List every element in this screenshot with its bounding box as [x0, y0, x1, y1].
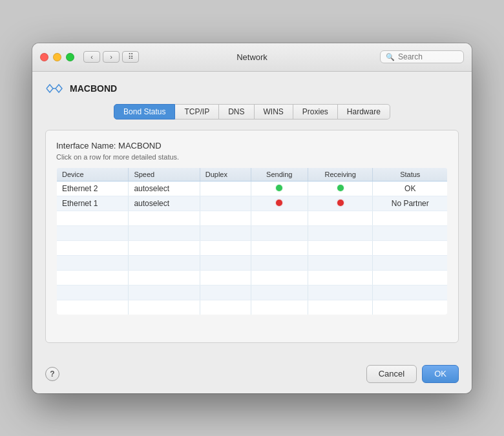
content-area: MACBOND Bond Status TCP/IP DNS WINS Prox… — [32, 72, 472, 356]
interface-name: MACBOND — [70, 83, 117, 94]
cell-duplex — [200, 196, 251, 211]
bond-icon — [45, 82, 63, 95]
titlebar: ‹ › ⠿ Network 🔍 — [32, 43, 472, 72]
window-title: Network — [236, 52, 268, 62]
col-duplex: Duplex — [200, 167, 251, 181]
tab-dns[interactable]: DNS — [219, 104, 254, 119]
cell-status: No Partner — [373, 196, 448, 211]
tab-proxies[interactable]: Proxies — [293, 104, 338, 119]
bond-table: Device Speed Duplex Sending Receiving St… — [56, 167, 448, 315]
sending-dot — [276, 200, 282, 206]
tab-hardware[interactable]: Hardware — [338, 104, 390, 119]
minimize-button[interactable] — [53, 53, 61, 61]
traffic-lights — [40, 53, 74, 61]
table-row-empty — [57, 270, 448, 285]
table-row[interactable]: Ethernet 1 autoselect No Partner — [57, 196, 448, 211]
cell-duplex — [200, 181, 251, 196]
nav-buttons: ‹ › — [83, 51, 120, 63]
interface-header: MACBOND — [45, 82, 459, 95]
table-row-empty — [57, 300, 448, 315]
cell-receiving — [308, 196, 373, 211]
cell-speed: autoselect — [129, 196, 200, 211]
sending-dot — [276, 185, 282, 191]
back-button[interactable]: ‹ — [83, 51, 100, 63]
col-device: Device — [57, 167, 129, 181]
network-window: ‹ › ⠿ Network 🔍 MACBOND Bond Status TC — [32, 43, 472, 393]
cell-device: Ethernet 1 — [57, 196, 129, 211]
close-button[interactable] — [40, 53, 48, 61]
search-icon: 🔍 — [386, 53, 395, 61]
table-row-empty — [57, 225, 448, 240]
col-sending: Sending — [251, 167, 308, 181]
tab-tcp-ip[interactable]: TCP/IP — [175, 104, 219, 119]
grid-button[interactable]: ⠿ — [122, 51, 139, 63]
cell-sending — [251, 181, 308, 196]
table-row-empty — [57, 255, 448, 270]
table-header-row: Device Speed Duplex Sending Receiving St… — [57, 167, 448, 181]
cell-sending — [251, 196, 308, 211]
cancel-button[interactable]: Cancel — [366, 365, 417, 383]
search-box[interactable]: 🔍 — [380, 50, 464, 63]
panel-interface-label: Interface Name: MACBOND — [56, 141, 448, 151]
receiving-dot — [337, 200, 344, 206]
table-row-empty — [57, 240, 448, 255]
tabs-bar: Bond Status TCP/IP DNS WINS Proxies Hard… — [45, 104, 459, 119]
cell-status: OK — [373, 181, 448, 196]
cell-speed: autoselect — [129, 181, 200, 196]
maximize-button[interactable] — [66, 53, 74, 61]
search-input[interactable] — [398, 52, 458, 61]
col-status: Status — [373, 167, 448, 181]
cell-receiving — [308, 181, 373, 196]
forward-button[interactable]: › — [103, 51, 120, 63]
receiving-dot — [337, 185, 344, 191]
panel: Interface Name: MACBOND Click on a row f… — [45, 130, 459, 343]
tab-wins[interactable]: WINS — [255, 104, 293, 119]
cell-device: Ethernet 2 — [57, 181, 129, 196]
col-receiving: Receiving — [308, 167, 373, 181]
table-row-empty — [57, 285, 448, 300]
table-row[interactable]: Ethernet 2 autoselect OK — [57, 181, 448, 196]
panel-hint: Click on a row for more detailed status. — [56, 153, 448, 161]
footer-buttons: Cancel OK — [366, 365, 459, 383]
footer: ? Cancel OK — [32, 356, 472, 393]
help-button[interactable]: ? — [45, 367, 59, 381]
table-row-empty — [57, 211, 448, 225]
tab-bond-status[interactable]: Bond Status — [114, 104, 175, 119]
ok-button[interactable]: OK — [422, 365, 459, 383]
col-speed: Speed — [129, 167, 200, 181]
